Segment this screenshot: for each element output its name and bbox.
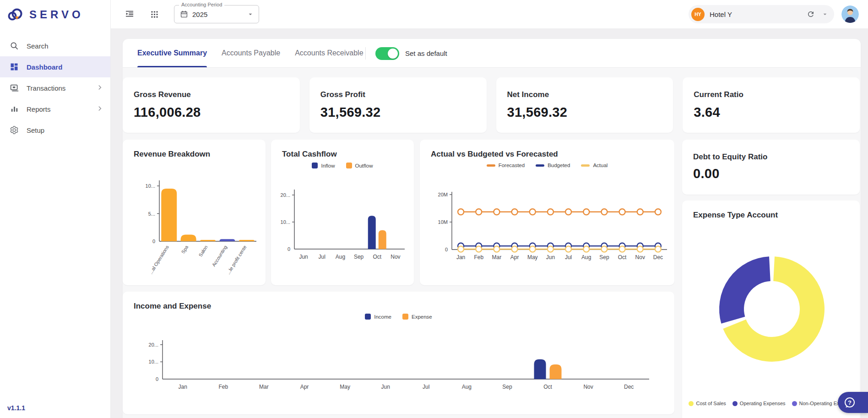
svg-text:Accounting: Accounting <box>211 244 228 268</box>
kpi-gross-profit: Gross Profit 31,569.32 <box>309 77 487 133</box>
card-income-expense: Income and Expense IncomeExpense 010...2… <box>123 292 674 414</box>
help-button[interactable]: ? <box>838 392 868 413</box>
chevron-right-icon <box>97 84 103 92</box>
search-icon <box>9 41 19 51</box>
svg-text:May: May <box>340 384 350 390</box>
tab-executive-summary[interactable]: Executive Summary <box>137 39 207 67</box>
sidebar-item-label: Search <box>27 42 49 50</box>
svg-text:Sep: Sep <box>599 254 609 261</box>
set-default-label: Set as default <box>405 49 447 57</box>
svg-text:May: May <box>527 254 538 261</box>
svg-text:Salon: Salon <box>197 244 208 258</box>
svg-text:Nov: Nov <box>583 384 593 390</box>
collapse-sidebar-icon[interactable] <box>124 8 136 20</box>
svg-text:Jul: Jul <box>565 254 572 261</box>
dashboard-icon <box>9 62 19 72</box>
kpi-net-income: Net Income 31,569.32 <box>496 77 673 133</box>
kpi-current-ratio: Current Ratio 3.64 <box>683 77 860 133</box>
kpi-row: Gross Revenue 116,006.28 Gross Profit 31… <box>123 77 860 133</box>
sidebar-item-dashboard[interactable]: Dashboard <box>0 56 110 77</box>
svg-text:Jun: Jun <box>381 384 390 390</box>
accounting-period-select[interactable]: Accounting Period 2025 <box>174 5 259 23</box>
svg-text:Feb: Feb <box>219 384 228 390</box>
divider <box>365 47 366 60</box>
svg-text:Nov: Nov <box>635 254 645 261</box>
gear-icon <box>9 125 19 135</box>
set-default-group: Set as default <box>375 39 447 68</box>
transactions-icon <box>9 83 19 93</box>
legend-swatch <box>792 401 797 406</box>
sidebar-item-transactions[interactable]: Transactions <box>0 77 110 98</box>
svg-text:Jul: Jul <box>423 384 429 390</box>
apps-grid-icon[interactable] <box>148 8 160 20</box>
expense-type-donut[interactable] <box>682 201 860 418</box>
svg-text:Jun: Jun <box>299 254 308 260</box>
svg-text:20...: 20... <box>149 342 158 347</box>
svg-text:Jan: Jan <box>456 254 465 261</box>
hotel-name: Hotel Y <box>710 11 807 18</box>
svg-text:20M: 20M <box>438 192 448 197</box>
svg-text:?: ? <box>848 399 852 406</box>
legend-item: Cost of Sales <box>689 401 726 406</box>
svg-text:Sep: Sep <box>502 384 512 390</box>
chevron-down-icon <box>247 11 254 18</box>
hotel-initials-badge: HY <box>691 8 705 21</box>
sidebar-item-search[interactable]: Search <box>0 35 110 56</box>
accounting-period-label: Accounting Period <box>179 2 224 7</box>
svg-text:0: 0 <box>445 247 448 252</box>
svg-text:Jun: Jun <box>546 254 555 261</box>
sidebar-item-setup[interactable]: Setup <box>0 119 110 141</box>
legend-label: Operating Expenses <box>740 401 786 406</box>
legend-item: Operating Expenses <box>732 401 786 406</box>
brand-name: SERVO <box>29 8 84 21</box>
svg-text:Aug: Aug <box>581 254 591 261</box>
legend-swatch <box>732 401 738 406</box>
sidebar-item-label: Dashboard <box>27 63 62 71</box>
actual-budget-forecast-chart[interactable]: 010M20MJanFebMarAprMayJunJulAugSepOctNov… <box>420 140 674 285</box>
expense-type-legend: Cost of SalesOperating ExpensesNon-Opera… <box>682 401 860 406</box>
svg-text:Mar: Mar <box>492 254 502 261</box>
card-actual-budget-forecast: Actual vs Budgeted vs Forecasted Forecas… <box>420 140 674 285</box>
sidebar-item-reports[interactable]: Reports <box>0 98 110 119</box>
sidebar-item-label: Setup <box>27 126 44 134</box>
card-debt-to-equity: Debt to Equity Ratio 0.00 <box>682 140 860 195</box>
sidebar-item-label: Reports <box>27 105 51 113</box>
svg-text:Spa: Spa <box>180 244 189 255</box>
sidebar: SERVO Search Dashboard Transactions <box>0 0 111 418</box>
svg-text:Oct: Oct <box>543 384 552 390</box>
user-avatar[interactable] <box>841 5 859 23</box>
main-content: Executive Summary Accounts Payable Accou… <box>111 29 868 418</box>
legend-swatch <box>689 401 694 406</box>
sidebar-nav: Search Dashboard Transactions Reports <box>0 35 110 141</box>
sidebar-item-label: Transactions <box>27 84 65 92</box>
svg-text:10M: 10M <box>438 219 448 225</box>
svg-text:0: 0 <box>288 246 290 252</box>
cloud-logo-icon <box>7 8 25 22</box>
card-revenue-breakdown: Revenue Breakdown 05...10......al Operat… <box>123 140 266 285</box>
income-expense-chart[interactable]: 010...20...JanFebMarAprMayJunJulAugSepOc… <box>123 292 674 414</box>
svg-text:...al Operations: ...al Operations <box>148 244 170 275</box>
card-expense-type: Expense Type Account Cost of SalesOperat… <box>682 201 860 418</box>
svg-text:20...: 20... <box>281 192 290 198</box>
svg-text:10...: 10... <box>149 359 158 364</box>
topbar-right: HY Hotel Y <box>689 5 868 23</box>
tab-accounts-payable[interactable]: Accounts Payable <box>222 39 280 67</box>
chevron-down-icon <box>821 11 829 18</box>
svg-text:Dec: Dec <box>624 384 634 390</box>
set-default-toggle[interactable] <box>375 47 399 60</box>
reports-icon <box>9 104 19 114</box>
svg-text:0: 0 <box>152 239 155 244</box>
hotel-selector[interactable]: HY Hotel Y <box>689 5 834 23</box>
svg-text:0: 0 <box>156 376 158 382</box>
total-cashflow-chart[interactable]: 010...20...JunJulAugSepOctNov <box>271 140 414 285</box>
tab-accounts-receivable[interactable]: Accounts Receivable <box>295 39 363 67</box>
svg-text:Jul: Jul <box>319 254 326 260</box>
svg-text:Nov: Nov <box>391 254 400 260</box>
topbar: Accounting Period 2025 HY Hotel Y <box>111 0 868 29</box>
refresh-icon[interactable] <box>807 10 815 18</box>
svg-text:10...: 10... <box>146 183 155 189</box>
svg-text:Feb: Feb <box>474 254 483 261</box>
revenue-breakdown-chart[interactable]: 05...10......al OperationsSpaSalonAccoun… <box>123 140 266 285</box>
svg-text:Sep: Sep <box>354 254 364 260</box>
svg-text:Aug: Aug <box>462 384 472 390</box>
